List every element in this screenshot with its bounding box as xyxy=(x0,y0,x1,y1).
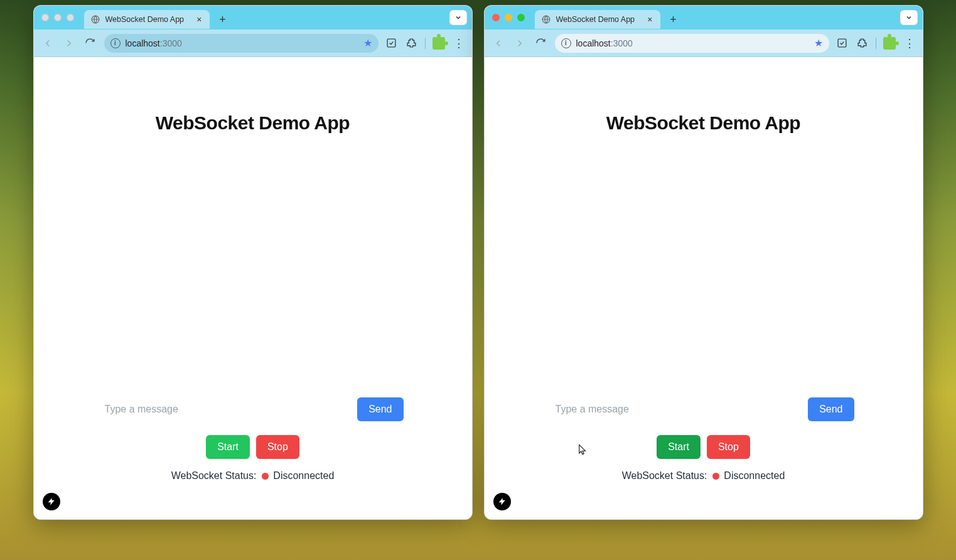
tab-overflow-button[interactable] xyxy=(900,10,918,25)
status-indicator-icon xyxy=(712,473,719,480)
toolbar-separator xyxy=(425,38,426,49)
url-port: :3000 xyxy=(611,38,633,48)
window-zoom-button[interactable] xyxy=(67,14,74,21)
message-area xyxy=(553,134,854,397)
control-buttons: Start Stop xyxy=(102,435,404,459)
stop-button[interactable]: Stop xyxy=(256,435,299,459)
tab-title: WebSocket Demo App xyxy=(105,15,191,24)
extensions-icon[interactable] xyxy=(856,36,869,50)
start-button[interactable]: Start xyxy=(206,435,250,459)
browser-tab[interactable]: WebSocket Demo App × xyxy=(84,10,210,29)
tab-close-button[interactable]: × xyxy=(646,14,653,24)
send-button[interactable]: Send xyxy=(808,397,854,421)
forward-button[interactable] xyxy=(512,36,527,51)
url-text: localhost:3000 xyxy=(126,38,358,48)
bookmark-star-icon[interactable]: ★ xyxy=(363,37,372,49)
window-controls xyxy=(492,14,525,21)
desktop-background: WebSocket Demo App × + i localhost: xyxy=(0,0,956,560)
tab-title: WebSocket Demo App xyxy=(556,15,642,24)
window-zoom-button[interactable] xyxy=(517,14,525,21)
browser-window-right: WebSocket Demo App × + i localhost: xyxy=(484,5,923,520)
message-input[interactable] xyxy=(102,397,353,421)
window-controls xyxy=(41,14,74,21)
compose-row: Send xyxy=(102,397,404,421)
status-value: Disconnected xyxy=(724,470,785,481)
tab-overflow-button[interactable] xyxy=(449,10,467,25)
titlebar: WebSocket Demo App × + xyxy=(34,6,472,30)
mouse-cursor-icon xyxy=(577,444,588,455)
url-host: localhost xyxy=(126,38,160,48)
url-host: localhost xyxy=(576,38,611,48)
window-minimize-button[interactable] xyxy=(54,14,62,21)
site-info-icon[interactable]: i xyxy=(561,38,571,48)
status-value: Disconnected xyxy=(273,470,334,481)
compose-row: Send xyxy=(553,397,854,421)
control-buttons: Start Stop xyxy=(553,435,854,459)
status-label: WebSocket Status: xyxy=(622,470,707,481)
tab-close-button[interactable]: × xyxy=(195,14,203,24)
back-button[interactable] xyxy=(40,36,55,51)
window-close-button[interactable] xyxy=(41,14,49,21)
site-info-icon[interactable]: i xyxy=(110,38,121,48)
page-content: WebSocket Demo App Send Start Stop WebSo… xyxy=(485,57,923,519)
start-button[interactable]: Start xyxy=(657,435,701,459)
address-bar[interactable]: i localhost:3000 ★ xyxy=(555,34,829,53)
extensions-icon[interactable] xyxy=(405,36,419,50)
devtools-bolt-icon[interactable] xyxy=(493,493,511,510)
back-button[interactable] xyxy=(491,36,506,51)
new-tab-button[interactable]: + xyxy=(215,11,231,28)
kebab-menu-icon[interactable]: ⋮ xyxy=(452,36,466,50)
devtools-bolt-icon[interactable] xyxy=(43,493,60,510)
svg-rect-3 xyxy=(838,39,846,47)
forward-button[interactable] xyxy=(62,36,77,51)
url-port: :3000 xyxy=(160,38,182,48)
globe-icon xyxy=(90,14,100,24)
status-label: WebSocket Status: xyxy=(171,470,257,481)
page-content: WebSocket Demo App Send Start Stop WebSo… xyxy=(34,57,472,519)
message-input[interactable] xyxy=(553,397,803,421)
share-icon[interactable] xyxy=(835,36,849,50)
window-minimize-button[interactable] xyxy=(505,14,512,21)
status-row: WebSocket Status: Disconnected xyxy=(102,470,404,482)
status-row: WebSocket Status: Disconnected xyxy=(553,470,854,482)
new-tab-button[interactable]: + xyxy=(665,11,682,28)
globe-icon xyxy=(541,14,551,24)
url-text: localhost:3000 xyxy=(576,38,809,48)
message-area xyxy=(102,134,404,397)
browser-toolbar: i localhost:3000 ★ ⋮ xyxy=(34,30,472,57)
extension-puzzle-icon[interactable] xyxy=(883,36,896,50)
browser-window-left: WebSocket Demo App × + i localhost: xyxy=(33,5,473,520)
share-icon[interactable] xyxy=(385,36,399,50)
window-close-button[interactable] xyxy=(492,14,500,21)
page-title: WebSocket Demo App xyxy=(553,112,854,134)
stop-button[interactable]: Stop xyxy=(707,435,750,459)
reload-button[interactable] xyxy=(534,36,549,51)
status-indicator-icon xyxy=(262,473,269,480)
svg-rect-1 xyxy=(387,39,395,47)
page-title: WebSocket Demo App xyxy=(102,112,404,134)
kebab-menu-icon[interactable]: ⋮ xyxy=(903,36,916,50)
send-button[interactable]: Send xyxy=(357,397,403,421)
toolbar-separator xyxy=(876,38,876,49)
address-bar[interactable]: i localhost:3000 ★ xyxy=(104,34,379,53)
browser-tab[interactable]: WebSocket Demo App × xyxy=(535,10,660,29)
titlebar: WebSocket Demo App × + xyxy=(485,6,923,30)
extension-puzzle-icon[interactable] xyxy=(432,36,446,50)
browser-toolbar: i localhost:3000 ★ ⋮ xyxy=(485,30,923,57)
bookmark-star-icon[interactable]: ★ xyxy=(814,37,823,49)
reload-button[interactable] xyxy=(83,36,98,51)
